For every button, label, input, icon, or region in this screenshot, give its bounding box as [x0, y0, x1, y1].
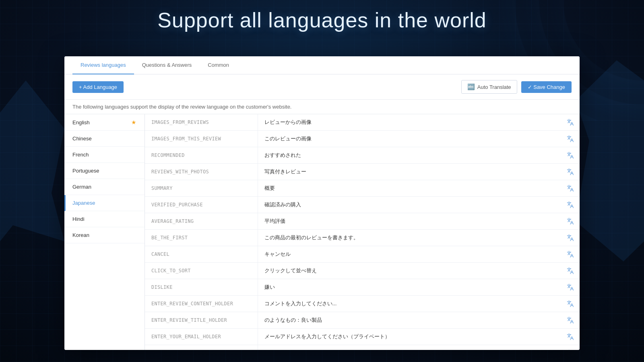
- page-title-section: Support all languages in the world: [0, 8, 644, 32]
- translation-key: IMAGES_FROM_REVIEWS: [145, 114, 258, 131]
- translation-key: ENTER_REVIEW_CONTENT_HOLDER: [145, 296, 258, 312]
- translation-key: DISLIKE: [145, 279, 258, 296]
- translation-value: 嫌い: [258, 279, 564, 296]
- translation-action-cell: [564, 230, 580, 246]
- translation-key: VERIFIED_PURCHASE: [145, 197, 258, 213]
- table-row: IMAGES_FROM_REVIEWSレビューからの画像: [145, 114, 580, 131]
- language-label: Japanese: [72, 200, 95, 206]
- translation-key: AVERAGE_RATING: [145, 213, 258, 230]
- translation-key: IMAGES_FROM_THIS_REVIEW: [145, 131, 258, 147]
- translation-action-cell: [564, 263, 580, 279]
- translation-value: キャンセル: [258, 246, 564, 263]
- add-language-button[interactable]: + Add Language: [72, 81, 124, 93]
- table-row: ENTER_REVIEW_TITLE_HOLDERのようなもの：良い製品: [145, 312, 580, 329]
- language-label: Chinese: [72, 136, 92, 142]
- sidebar-item-german[interactable]: German: [64, 179, 144, 195]
- translate-row-button[interactable]: [567, 317, 574, 324]
- translation-key: RECOMMENDED: [145, 147, 258, 164]
- translate-row-button[interactable]: [567, 333, 574, 340]
- sidebar-item-english[interactable]: English★: [64, 114, 144, 131]
- language-label: Portuguese: [72, 168, 99, 174]
- table-row: RECOMMENDEDおすすめされた: [145, 147, 580, 164]
- language-label: Korean: [72, 232, 89, 238]
- translation-value: このレビューの画像: [258, 131, 564, 147]
- translation-key: CLICK_TO_SORT: [145, 263, 258, 279]
- sidebar-item-hindi[interactable]: Hindi: [64, 211, 144, 227]
- translation-action-cell: [564, 312, 580, 329]
- auto-translate-button[interactable]: 🔤 Auto Translate: [461, 80, 517, 94]
- translation-value: おすすめされた: [258, 147, 564, 164]
- table-row: ENTER_REVIEW_CONTENT_HOLDERコメントを入力してください…: [145, 296, 580, 312]
- translation-key: ENTER_YOUR_NAME_HOLDER: [145, 345, 258, 350]
- content-area: English★ChineseFrenchPortugueseGermanJap…: [64, 114, 580, 350]
- translation-value: クリックして並べ替え: [258, 263, 564, 279]
- translation-action-cell: [564, 345, 580, 350]
- sidebar-item-korean[interactable]: Korean: [64, 227, 144, 243]
- translate-row-button[interactable]: [567, 135, 574, 142]
- main-panel: Reviews languages Questions & Answers Co…: [64, 56, 580, 350]
- tab-questions-answers[interactable]: Questions & Answers: [134, 56, 200, 74]
- translate-row-button[interactable]: [567, 152, 574, 159]
- translate-row-button[interactable]: [567, 234, 574, 241]
- language-label: Hindi: [72, 216, 85, 222]
- translation-value: メールアドレスを入力してください（プライベート）: [258, 329, 564, 345]
- description-text: The following languages support the disp…: [64, 100, 580, 114]
- translation-action-cell: [564, 180, 580, 197]
- table-row: ENTER_YOUR_NAME_HOLDER名前とアバターを入力してください: [145, 345, 580, 350]
- translate-row-button[interactable]: [567, 185, 574, 192]
- language-sidebar: English★ChineseFrenchPortugueseGermanJap…: [64, 114, 145, 350]
- table-row: AVERAGE_RATING平均評価: [145, 213, 580, 230]
- translate-row-button[interactable]: [567, 350, 574, 350]
- translation-key: ENTER_REVIEW_TITLE_HOLDER: [145, 312, 258, 329]
- translation-value: のようなもの：良い製品: [258, 312, 564, 329]
- language-label: French: [72, 152, 89, 158]
- star-icon: ★: [131, 119, 136, 125]
- translation-action-cell: [564, 114, 580, 131]
- translate-row-button[interactable]: [567, 119, 574, 126]
- table-row: BE_THE_FIRSTこの商品の最初のレビューを書きます。: [145, 230, 580, 246]
- auto-translate-label: Auto Translate: [477, 84, 511, 90]
- sidebar-item-japanese[interactable]: Japanese: [64, 195, 144, 211]
- translation-action-cell: [564, 197, 580, 213]
- save-change-button[interactable]: ✓ Save Change: [521, 81, 572, 93]
- translation-action-cell: [564, 279, 580, 296]
- translation-action-cell: [564, 329, 580, 345]
- language-label: German: [72, 184, 91, 190]
- translate-row-button[interactable]: [567, 300, 574, 307]
- sidebar-item-chinese[interactable]: Chinese: [64, 131, 144, 147]
- tabs-bar: Reviews languages Questions & Answers Co…: [64, 56, 580, 74]
- table-row: CANCELキャンセル: [145, 246, 580, 263]
- translation-value: この商品の最初のレビューを書きます。: [258, 230, 564, 246]
- tab-common[interactable]: Common: [200, 56, 237, 74]
- translation-value: 写真付きレビュー: [258, 164, 564, 180]
- toolbar-right: 🔤 Auto Translate ✓ Save Change: [461, 80, 572, 94]
- translation-value: 平均評価: [258, 213, 564, 230]
- translation-key: ENTER_YOUR_EMAIL_HOLDER: [145, 329, 258, 345]
- translate-row-button[interactable]: [567, 284, 574, 291]
- table-row: DISLIKE嫌い: [145, 279, 580, 296]
- table-row: SUMMARY概要: [145, 180, 580, 197]
- sidebar-item-french[interactable]: French: [64, 147, 144, 163]
- translation-action-cell: [564, 131, 580, 147]
- translation-area: IMAGES_FROM_REVIEWSレビューからの画像IMAGES_FROM_…: [145, 114, 580, 350]
- translation-table: IMAGES_FROM_REVIEWSレビューからの画像IMAGES_FROM_…: [145, 114, 580, 350]
- translate-row-button[interactable]: [567, 201, 574, 208]
- translation-action-cell: [564, 213, 580, 230]
- translation-value: 確認済みの購入: [258, 197, 564, 213]
- toolbar: + Add Language 🔤 Auto Translate ✓ Save C…: [64, 74, 580, 100]
- translation-value: コメントを入力してください...: [258, 296, 564, 312]
- translation-action-cell: [564, 296, 580, 312]
- tab-reviews-languages[interactable]: Reviews languages: [72, 56, 134, 74]
- translate-row-button[interactable]: [567, 251, 574, 258]
- page-title: Support all languages in the world: [0, 8, 644, 32]
- translate-row-button[interactable]: [567, 267, 574, 274]
- translate-row-button[interactable]: [567, 218, 574, 225]
- translation-key: SUMMARY: [145, 180, 258, 197]
- translation-action-cell: [564, 246, 580, 263]
- sidebar-item-portuguese[interactable]: Portuguese: [64, 163, 144, 179]
- translate-row-button[interactable]: [567, 168, 574, 175]
- translation-value: 概要: [258, 180, 564, 197]
- translation-action-cell: [564, 164, 580, 180]
- translation-value: 名前とアバターを入力してください: [258, 345, 564, 350]
- translation-action-cell: [564, 147, 580, 164]
